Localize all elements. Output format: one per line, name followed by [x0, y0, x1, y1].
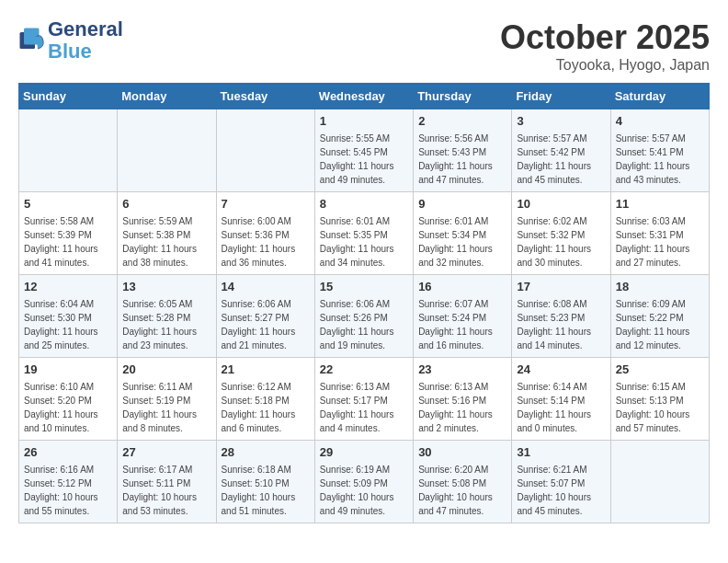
calendar-cell [19, 109, 118, 192]
calendar-cell: 6Sunrise: 5:59 AM Sunset: 5:38 PM Daylig… [118, 192, 216, 275]
calendar-cell: 8Sunrise: 6:01 AM Sunset: 5:35 PM Daylig… [314, 192, 413, 275]
weekday-header-sunday: Sunday [19, 84, 118, 109]
weekday-header-saturday: Saturday [610, 84, 709, 109]
day-number: 21 [222, 362, 310, 378]
calendar-cell: 1Sunrise: 5:55 AM Sunset: 5:45 PM Daylig… [314, 109, 413, 192]
day-number: 24 [517, 362, 605, 378]
calendar-cell: 30Sunrise: 6:20 AM Sunset: 5:08 PM Dayli… [414, 441, 512, 523]
day-info: Sunrise: 6:10 AM Sunset: 5:20 PM Dayligh… [24, 380, 112, 435]
day-number: 23 [418, 362, 506, 378]
logo-icon [18, 27, 46, 54]
calendar-cell: 22Sunrise: 6:13 AM Sunset: 5:17 PM Dayli… [314, 358, 413, 441]
day-number: 17 [517, 279, 605, 295]
day-info: Sunrise: 6:09 AM Sunset: 5:22 PM Dayligh… [616, 297, 704, 352]
day-number: 20 [122, 362, 210, 378]
day-number: 11 [616, 196, 704, 213]
calendar-cell: 14Sunrise: 6:06 AM Sunset: 5:27 PM Dayli… [216, 275, 314, 358]
calendar-cell: 7Sunrise: 6:00 AM Sunset: 5:36 PM Daylig… [216, 192, 314, 275]
day-info: Sunrise: 6:13 AM Sunset: 5:17 PM Dayligh… [320, 380, 408, 435]
calendar-cell: 23Sunrise: 6:13 AM Sunset: 5:16 PM Dayli… [414, 358, 512, 441]
day-number: 4 [616, 113, 704, 130]
day-info: Sunrise: 6:08 AM Sunset: 5:23 PM Dayligh… [517, 297, 605, 352]
calendar-cell: 3Sunrise: 5:57 AM Sunset: 5:42 PM Daylig… [512, 109, 610, 192]
day-info: Sunrise: 6:06 AM Sunset: 5:26 PM Dayligh… [320, 297, 408, 352]
calendar-cell: 28Sunrise: 6:18 AM Sunset: 5:10 PM Dayli… [216, 441, 314, 523]
day-number: 31 [517, 444, 605, 461]
logo: GeneralBlue [18, 18, 123, 63]
calendar-cell: 5Sunrise: 5:58 AM Sunset: 5:39 PM Daylig… [19, 192, 118, 275]
day-info: Sunrise: 5:58 AM Sunset: 5:39 PM Dayligh… [24, 214, 112, 270]
day-number: 28 [222, 444, 310, 461]
calendar-cell: 31Sunrise: 6:21 AM Sunset: 5:07 PM Dayli… [512, 441, 610, 523]
day-number: 22 [320, 362, 408, 378]
day-number: 5 [24, 196, 112, 213]
day-info: Sunrise: 6:21 AM Sunset: 5:07 PM Dayligh… [517, 463, 605, 518]
calendar-cell: 27Sunrise: 6:17 AM Sunset: 5:11 PM Dayli… [118, 441, 216, 523]
day-number: 8 [320, 196, 408, 213]
day-number: 2 [418, 113, 506, 130]
calendar-cell: 16Sunrise: 6:07 AM Sunset: 5:24 PM Dayli… [414, 275, 512, 358]
day-info: Sunrise: 6:07 AM Sunset: 5:24 PM Dayligh… [418, 297, 506, 352]
day-info: Sunrise: 5:56 AM Sunset: 5:43 PM Dayligh… [418, 132, 506, 187]
calendar-cell: 29Sunrise: 6:19 AM Sunset: 5:09 PM Dayli… [314, 441, 413, 523]
day-info: Sunrise: 6:01 AM Sunset: 5:35 PM Dayligh… [320, 214, 408, 270]
calendar-cell: 25Sunrise: 6:15 AM Sunset: 5:13 PM Dayli… [610, 358, 709, 441]
day-info: Sunrise: 6:20 AM Sunset: 5:08 PM Dayligh… [418, 463, 506, 518]
calendar-cell: 10Sunrise: 6:02 AM Sunset: 5:32 PM Dayli… [512, 192, 610, 275]
day-info: Sunrise: 6:06 AM Sunset: 5:27 PM Dayligh… [222, 297, 310, 352]
weekday-header-tuesday: Tuesday [216, 84, 314, 109]
title-block: October 2025 Toyooka, Hyogo, Japan [500, 18, 710, 74]
day-number: 14 [222, 279, 310, 295]
day-info: Sunrise: 6:14 AM Sunset: 5:14 PM Dayligh… [517, 380, 605, 435]
calendar-cell: 17Sunrise: 6:08 AM Sunset: 5:23 PM Dayli… [512, 275, 610, 358]
day-info: Sunrise: 5:59 AM Sunset: 5:38 PM Dayligh… [122, 214, 210, 270]
calendar-cell: 13Sunrise: 6:05 AM Sunset: 5:28 PM Dayli… [118, 275, 216, 358]
weekday-header-thursday: Thursday [414, 84, 512, 109]
week-row-3: 12Sunrise: 6:04 AM Sunset: 5:30 PM Dayli… [19, 275, 710, 358]
day-info: Sunrise: 6:01 AM Sunset: 5:34 PM Dayligh… [418, 214, 506, 270]
weekday-header-friday: Friday [512, 84, 610, 109]
calendar-cell: 15Sunrise: 6:06 AM Sunset: 5:26 PM Dayli… [314, 275, 413, 358]
day-number: 9 [418, 196, 506, 213]
day-number: 10 [517, 196, 605, 213]
day-info: Sunrise: 5:57 AM Sunset: 5:41 PM Dayligh… [616, 132, 704, 187]
day-info: Sunrise: 6:16 AM Sunset: 5:12 PM Dayligh… [24, 463, 112, 518]
day-info: Sunrise: 6:11 AM Sunset: 5:19 PM Dayligh… [122, 380, 210, 435]
calendar-cell: 2Sunrise: 5:56 AM Sunset: 5:43 PM Daylig… [414, 109, 512, 192]
day-number: 1 [320, 113, 408, 130]
day-number: 7 [222, 196, 310, 213]
calendar-cell [610, 441, 709, 523]
calendar-table: SundayMondayTuesdayWednesdayThursdayFrid… [18, 83, 710, 523]
weekday-header-row: SundayMondayTuesdayWednesdayThursdayFrid… [19, 84, 710, 109]
calendar-cell: 26Sunrise: 6:16 AM Sunset: 5:12 PM Dayli… [19, 441, 118, 523]
day-info: Sunrise: 6:04 AM Sunset: 5:30 PM Dayligh… [24, 297, 112, 352]
day-number: 26 [24, 444, 112, 461]
week-row-2: 5Sunrise: 5:58 AM Sunset: 5:39 PM Daylig… [19, 192, 710, 275]
day-number: 29 [320, 444, 408, 461]
calendar-cell: 24Sunrise: 6:14 AM Sunset: 5:14 PM Dayli… [512, 358, 610, 441]
week-row-4: 19Sunrise: 6:10 AM Sunset: 5:20 PM Dayli… [19, 358, 710, 441]
day-info: Sunrise: 5:57 AM Sunset: 5:42 PM Dayligh… [517, 132, 605, 187]
calendar-cell: 19Sunrise: 6:10 AM Sunset: 5:20 PM Dayli… [19, 358, 118, 441]
day-number: 27 [122, 444, 210, 461]
calendar-cell: 12Sunrise: 6:04 AM Sunset: 5:30 PM Dayli… [19, 275, 118, 358]
day-info: Sunrise: 5:55 AM Sunset: 5:45 PM Dayligh… [320, 132, 408, 187]
month-title: October 2025 [500, 18, 710, 57]
week-row-5: 26Sunrise: 6:16 AM Sunset: 5:12 PM Dayli… [19, 441, 710, 523]
day-info: Sunrise: 6:12 AM Sunset: 5:18 PM Dayligh… [222, 380, 310, 435]
day-number: 19 [24, 362, 112, 378]
weekday-header-wednesday: Wednesday [314, 84, 413, 109]
logo-text: GeneralBlue [48, 18, 123, 63]
day-number: 30 [418, 444, 506, 461]
day-number: 18 [616, 279, 704, 295]
page-header: GeneralBlue October 2025 Toyooka, Hyogo,… [18, 18, 710, 74]
day-info: Sunrise: 6:05 AM Sunset: 5:28 PM Dayligh… [122, 297, 210, 352]
day-number: 3 [517, 113, 605, 130]
calendar-cell: 9Sunrise: 6:01 AM Sunset: 5:34 PM Daylig… [414, 192, 512, 275]
day-number: 15 [320, 279, 408, 295]
day-info: Sunrise: 6:17 AM Sunset: 5:11 PM Dayligh… [122, 463, 210, 518]
weekday-header-monday: Monday [118, 84, 216, 109]
calendar-cell: 4Sunrise: 5:57 AM Sunset: 5:41 PM Daylig… [610, 109, 709, 192]
calendar-cell: 18Sunrise: 6:09 AM Sunset: 5:22 PM Dayli… [610, 275, 709, 358]
day-info: Sunrise: 6:18 AM Sunset: 5:10 PM Dayligh… [222, 463, 310, 518]
